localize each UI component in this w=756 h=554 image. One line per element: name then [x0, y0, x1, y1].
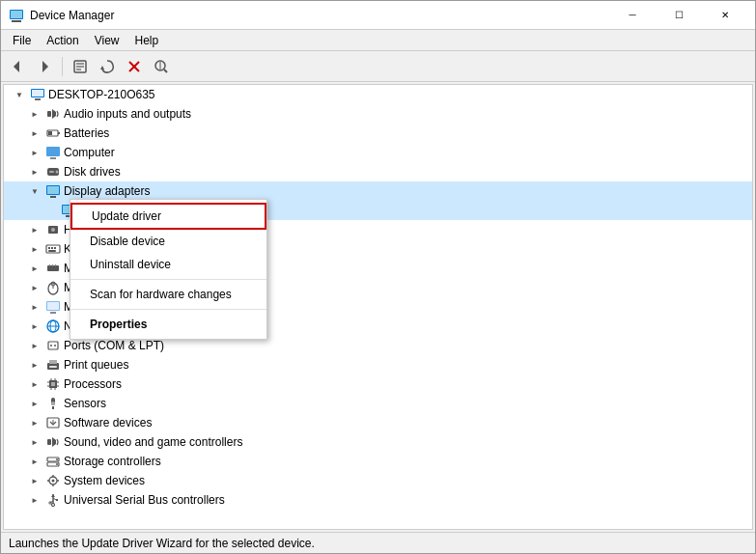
expand-sensors[interactable]: ►: [27, 396, 42, 411]
tree-item-batteries[interactable]: ► Batteries: [4, 124, 752, 143]
expand-memory[interactable]: ►: [27, 261, 42, 276]
expand-ports[interactable]: ►: [27, 338, 42, 353]
tree-item-storage[interactable]: ► Storage controllers: [4, 452, 752, 471]
ctx-scan[interactable]: Scan for hardware changes: [70, 283, 266, 306]
tree-item-root[interactable]: ▼ DESKTOP-210O635: [4, 85, 752, 104]
svg-point-71: [51, 402, 55, 405]
scan-button[interactable]: [149, 54, 174, 79]
forward-button[interactable]: [32, 54, 57, 79]
expand-software[interactable]: ►: [27, 415, 42, 430]
tree-item-usb[interactable]: ► Universal Serial Bus controllers: [4, 490, 752, 510]
svg-rect-39: [48, 250, 56, 252]
expand-displaychild: [42, 203, 58, 218]
device-manager-window: Device Manager ─ ☐ ✕ File Action View He…: [0, 0, 756, 554]
expand-audio[interactable]: ►: [27, 106, 42, 122]
back-button[interactable]: [5, 54, 30, 79]
tree-item-audio[interactable]: ► Audio inputs and outputs: [4, 104, 752, 124]
svg-line-13: [164, 69, 167, 72]
title-bar: Device Manager ─ ☐ ✕: [1, 1, 755, 30]
icon-usb: [45, 492, 61, 508]
svg-marker-86: [51, 494, 55, 497]
window-title: Device Manager: [30, 9, 610, 22]
expand-diskdrives[interactable]: ►: [27, 164, 42, 180]
tree-label-displayadapters: Display adapters: [64, 184, 150, 198]
ctx-label-uninstall-device: Uninstall device: [90, 258, 171, 271]
expand-computer[interactable]: ►: [27, 145, 42, 160]
svg-point-55: [54, 345, 56, 346]
svg-rect-36: [48, 247, 50, 249]
expand-usb[interactable]: ►: [27, 492, 42, 508]
ctx-properties[interactable]: Properties: [70, 313, 266, 336]
tree-label-root: DESKTOP-210O635: [48, 88, 155, 101]
maximize-button[interactable]: ☐: [657, 1, 701, 30]
expand-batteries[interactable]: ►: [27, 125, 42, 141]
expand-root[interactable]: ▼: [12, 87, 27, 102]
ctx-sep-1: [70, 279, 266, 280]
menu-bar: File Action View Help: [1, 30, 755, 51]
tree-item-sound[interactable]: ► Sound, video and game controllers: [4, 432, 752, 452]
svg-marker-3: [14, 61, 19, 72]
context-menu: Update driver Disable device Uninstall d…: [70, 199, 267, 340]
svg-rect-43: [55, 264, 56, 266]
menu-help[interactable]: Help: [127, 32, 167, 49]
icon-monitors: [45, 299, 61, 315]
tree-item-printqueues[interactable]: ► Print queues: [4, 355, 752, 374]
tree-label-audio: Audio inputs and outputs: [64, 107, 191, 121]
tree-label-usb: Universal Serial Bus controllers: [64, 493, 225, 507]
window-icon: [9, 8, 24, 23]
update-button[interactable]: [95, 54, 120, 79]
tree-label-system: System devices: [64, 474, 145, 487]
expand-storage[interactable]: ►: [27, 454, 42, 469]
icon-software: [45, 415, 61, 430]
tree-label-computer: Computer: [64, 146, 115, 159]
icon-audio: [45, 106, 61, 122]
svg-rect-53: [48, 342, 58, 349]
expand-processors[interactable]: ►: [27, 376, 42, 392]
uninstall-button[interactable]: [122, 54, 147, 79]
expand-network[interactable]: ►: [27, 319, 42, 334]
svg-rect-48: [50, 312, 56, 314]
tree-item-softwaredevices[interactable]: ► Software devices: [4, 413, 752, 432]
tree-item-sensors[interactable]: ► Sensors: [4, 394, 752, 413]
svg-rect-49: [47, 302, 59, 310]
svg-rect-88: [56, 499, 58, 501]
expand-human[interactable]: ►: [27, 222, 42, 237]
svg-point-78: [56, 463, 58, 465]
tree-label-software: Software devices: [64, 416, 152, 429]
tree-item-displayadapters[interactable]: ▼ Display adapters: [4, 181, 752, 201]
svg-point-77: [56, 458, 58, 460]
ctx-update-driver[interactable]: Update driver: [70, 203, 266, 230]
svg-rect-70: [52, 406, 54, 409]
tree-item-systemdevices[interactable]: ► System devices: [4, 471, 752, 490]
properties-button[interactable]: [68, 54, 93, 79]
svg-rect-42: [52, 264, 53, 266]
ctx-disable-device[interactable]: Disable device: [70, 230, 266, 253]
expand-monitors[interactable]: ►: [27, 299, 42, 315]
minimize-button[interactable]: ─: [610, 1, 655, 30]
svg-rect-2: [11, 11, 22, 18]
svg-rect-21: [48, 131, 52, 135]
close-button[interactable]: ✕: [703, 1, 747, 30]
svg-rect-20: [58, 132, 60, 134]
icon-computer: [30, 87, 45, 102]
svg-rect-22: [46, 147, 60, 156]
expand-displayadapters[interactable]: ▼: [27, 183, 42, 199]
svg-rect-28: [50, 196, 56, 198]
tree-item-computer[interactable]: ► Computer: [4, 143, 752, 162]
expand-keyboards[interactable]: ►: [27, 241, 42, 257]
svg-point-80: [52, 480, 55, 483]
tree-label-sound: Sound, video and game controllers: [64, 435, 242, 449]
expand-sound[interactable]: ►: [27, 434, 42, 450]
expand-printqueues[interactable]: ►: [27, 357, 42, 373]
menu-action[interactable]: Action: [39, 32, 86, 49]
tree-item-processors[interactable]: ► Processors: [4, 374, 752, 394]
icon-network: [45, 319, 61, 334]
menu-file[interactable]: File: [5, 32, 39, 49]
expand-mice[interactable]: ►: [27, 280, 42, 295]
expand-system[interactable]: ►: [27, 473, 42, 488]
menu-view[interactable]: View: [87, 32, 127, 49]
svg-rect-38: [54, 247, 56, 249]
ctx-uninstall-device[interactable]: Uninstall device: [70, 253, 266, 276]
device-tree[interactable]: ▼ DESKTOP-210O635 ►: [3, 84, 753, 530]
tree-item-diskdrives[interactable]: ► Disk drives: [4, 162, 752, 181]
